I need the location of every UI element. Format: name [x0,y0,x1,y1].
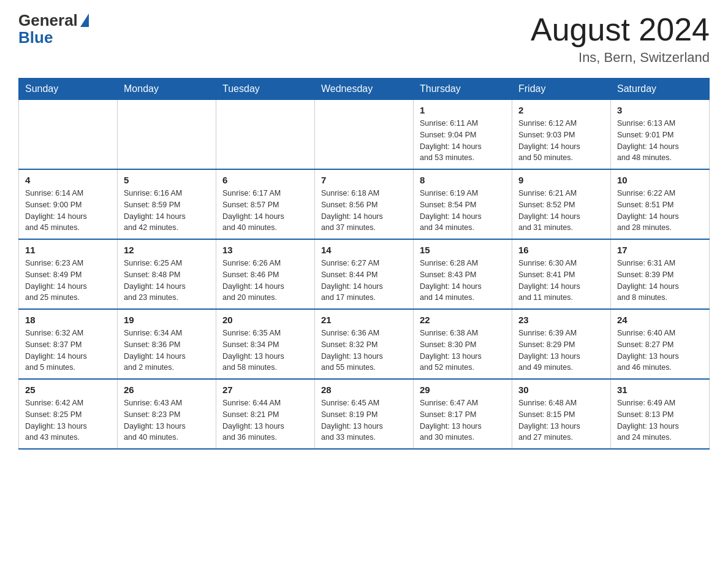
day-info: Sunrise: 6:43 AMSunset: 8:23 PMDaylight:… [124,397,210,443]
day-number: 20 [222,315,308,325]
day-number: 13 [222,245,308,255]
calendar-cell: 4Sunrise: 6:14 AMSunset: 9:00 PMDaylight… [19,169,118,239]
day-info: Sunrise: 6:11 AMSunset: 9:04 PMDaylight:… [420,118,506,164]
calendar-cell: 7Sunrise: 6:18 AMSunset: 8:56 PMDaylight… [315,169,414,239]
day-number: 26 [124,385,210,395]
calendar-cell: 25Sunrise: 6:42 AMSunset: 8:25 PMDayligh… [19,379,118,449]
day-number: 11 [25,245,111,255]
calendar-week-3: 11Sunrise: 6:23 AMSunset: 8:49 PMDayligh… [19,239,710,309]
day-info: Sunrise: 6:16 AMSunset: 8:59 PMDaylight:… [124,188,210,234]
day-info: Sunrise: 6:19 AMSunset: 8:54 PMDaylight:… [420,188,506,234]
day-info: Sunrise: 6:26 AMSunset: 8:46 PMDaylight:… [222,258,308,304]
calendar-cell [118,100,216,170]
calendar-cell [216,100,315,170]
calendar-table: SundayMondayTuesdayWednesdayThursdayFrid… [18,78,710,450]
day-number: 8 [420,175,506,185]
day-number: 5 [124,175,210,185]
calendar-cell [315,100,414,170]
calendar-cell: 2Sunrise: 6:12 AMSunset: 9:03 PMDaylight… [512,100,611,170]
day-info: Sunrise: 6:21 AMSunset: 8:52 PMDaylight:… [518,188,604,234]
day-number: 18 [25,315,111,325]
calendar-cell: 10Sunrise: 6:22 AMSunset: 8:51 PMDayligh… [611,169,710,239]
day-number: 23 [518,315,604,325]
day-info: Sunrise: 6:13 AMSunset: 9:01 PMDaylight:… [617,118,703,164]
day-info: Sunrise: 6:22 AMSunset: 8:51 PMDaylight:… [617,188,703,234]
calendar-cell: 6Sunrise: 6:17 AMSunset: 8:57 PMDaylight… [216,169,315,239]
calendar-cell: 17Sunrise: 6:31 AMSunset: 8:39 PMDayligh… [611,239,710,309]
calendar-cell: 13Sunrise: 6:26 AMSunset: 8:46 PMDayligh… [216,239,315,309]
day-info: Sunrise: 6:42 AMSunset: 8:25 PMDaylight:… [25,397,111,443]
calendar-cell: 5Sunrise: 6:16 AMSunset: 8:59 PMDaylight… [118,169,216,239]
day-number: 30 [518,385,604,395]
calendar-cell: 8Sunrise: 6:19 AMSunset: 8:54 PMDaylight… [414,169,512,239]
calendar-week-5: 25Sunrise: 6:42 AMSunset: 8:25 PMDayligh… [19,379,710,449]
calendar-cell: 21Sunrise: 6:36 AMSunset: 8:32 PMDayligh… [315,309,414,379]
day-number: 1 [420,105,506,115]
day-info: Sunrise: 6:28 AMSunset: 8:43 PMDaylight:… [420,258,506,304]
day-info: Sunrise: 6:14 AMSunset: 9:00 PMDaylight:… [25,188,111,234]
calendar-header-row: SundayMondayTuesdayWednesdayThursdayFrid… [19,79,710,100]
day-number: 4 [25,175,111,185]
day-info: Sunrise: 6:36 AMSunset: 8:32 PMDaylight:… [321,327,407,373]
header-tuesday: Tuesday [216,79,315,100]
calendar-cell: 9Sunrise: 6:21 AMSunset: 8:52 PMDaylight… [512,169,611,239]
logo-general: General [18,12,78,28]
calendar-cell: 28Sunrise: 6:45 AMSunset: 8:19 PMDayligh… [315,379,414,449]
calendar-cell: 29Sunrise: 6:47 AMSunset: 8:17 PMDayligh… [414,379,512,449]
calendar-cell: 11Sunrise: 6:23 AMSunset: 8:49 PMDayligh… [19,239,118,309]
calendar-cell: 14Sunrise: 6:27 AMSunset: 8:44 PMDayligh… [315,239,414,309]
location: Ins, Bern, Switzerland [531,50,710,66]
calendar-cell: 31Sunrise: 6:49 AMSunset: 8:13 PMDayligh… [611,379,710,449]
day-info: Sunrise: 6:32 AMSunset: 8:37 PMDaylight:… [25,327,111,373]
calendar-week-4: 18Sunrise: 6:32 AMSunset: 8:37 PMDayligh… [19,309,710,379]
month-title: August 2024 [531,12,710,47]
day-number: 15 [420,245,506,255]
calendar-week-2: 4Sunrise: 6:14 AMSunset: 9:00 PMDaylight… [19,169,710,239]
logo: General Blue [18,12,89,47]
logo-blue: Blue [18,28,53,47]
calendar-cell: 24Sunrise: 6:40 AMSunset: 8:27 PMDayligh… [611,309,710,379]
calendar-cell: 30Sunrise: 6:48 AMSunset: 8:15 PMDayligh… [512,379,611,449]
calendar-cell: 18Sunrise: 6:32 AMSunset: 8:37 PMDayligh… [19,309,118,379]
day-number: 27 [222,385,308,395]
day-number: 7 [321,175,407,185]
calendar-cell: 16Sunrise: 6:30 AMSunset: 8:41 PMDayligh… [512,239,611,309]
day-number: 21 [321,315,407,325]
header-thursday: Thursday [414,79,512,100]
page-header: General Blue August 2024 Ins, Bern, Swit… [18,12,710,66]
day-info: Sunrise: 6:35 AMSunset: 8:34 PMDaylight:… [222,327,308,373]
calendar-cell: 27Sunrise: 6:44 AMSunset: 8:21 PMDayligh… [216,379,315,449]
day-info: Sunrise: 6:38 AMSunset: 8:30 PMDaylight:… [420,327,506,373]
day-number: 31 [617,385,703,395]
day-number: 29 [420,385,506,395]
day-info: Sunrise: 6:30 AMSunset: 8:41 PMDaylight:… [518,258,604,304]
day-info: Sunrise: 6:23 AMSunset: 8:49 PMDaylight:… [25,258,111,304]
header-sunday: Sunday [19,79,118,100]
day-info: Sunrise: 6:17 AMSunset: 8:57 PMDaylight:… [222,188,308,234]
calendar-cell: 22Sunrise: 6:38 AMSunset: 8:30 PMDayligh… [414,309,512,379]
day-number: 12 [124,245,210,255]
day-info: Sunrise: 6:12 AMSunset: 9:03 PMDaylight:… [518,118,604,164]
day-number: 16 [518,245,604,255]
calendar-cell: 26Sunrise: 6:43 AMSunset: 8:23 PMDayligh… [118,379,216,449]
header-monday: Monday [118,79,216,100]
day-number: 3 [617,105,703,115]
day-info: Sunrise: 6:44 AMSunset: 8:21 PMDaylight:… [222,397,308,443]
header-friday: Friday [512,79,611,100]
day-info: Sunrise: 6:25 AMSunset: 8:48 PMDaylight:… [124,258,210,304]
calendar-cell: 23Sunrise: 6:39 AMSunset: 8:29 PMDayligh… [512,309,611,379]
calendar-cell: 15Sunrise: 6:28 AMSunset: 8:43 PMDayligh… [414,239,512,309]
calendar-week-1: 1Sunrise: 6:11 AMSunset: 9:04 PMDaylight… [19,100,710,170]
calendar-cell: 3Sunrise: 6:13 AMSunset: 9:01 PMDaylight… [611,100,710,170]
calendar-cell: 1Sunrise: 6:11 AMSunset: 9:04 PMDaylight… [414,100,512,170]
day-number: 24 [617,315,703,325]
calendar-cell [19,100,118,170]
day-number: 9 [518,175,604,185]
day-info: Sunrise: 6:45 AMSunset: 8:19 PMDaylight:… [321,397,407,443]
day-number: 2 [518,105,604,115]
header-saturday: Saturday [611,79,710,100]
day-info: Sunrise: 6:18 AMSunset: 8:56 PMDaylight:… [321,188,407,234]
day-info: Sunrise: 6:48 AMSunset: 8:15 PMDaylight:… [518,397,604,443]
title-block: August 2024 Ins, Bern, Switzerland [531,12,710,66]
day-number: 14 [321,245,407,255]
